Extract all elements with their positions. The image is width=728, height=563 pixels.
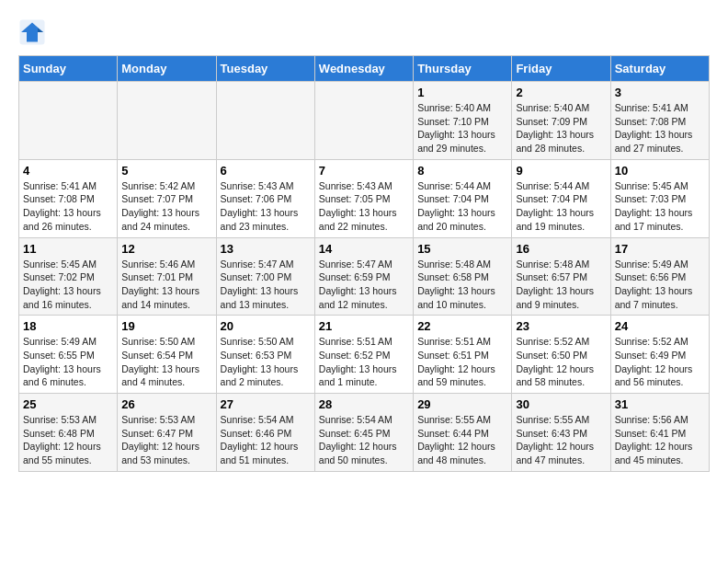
day-number: 13	[221, 242, 311, 256]
calendar-table: SundayMondayTuesdayWednesdayThursdayFrid…	[18, 55, 710, 472]
calendar-cell: 27Sunrise: 5:54 AM Sunset: 6:46 PM Dayli…	[216, 394, 314, 472]
calendar-cell: 10Sunrise: 5:45 AM Sunset: 7:03 PM Dayli…	[610, 159, 709, 237]
calendar-week-row: 11Sunrise: 5:45 AM Sunset: 7:02 PM Dayli…	[19, 237, 710, 316]
weekday-header: Wednesday	[314, 56, 413, 82]
cell-content: Sunrise: 5:41 AM Sunset: 7:08 PM Dayligh…	[615, 101, 705, 155]
calendar-cell: 22Sunrise: 5:51 AM Sunset: 6:51 PM Dayli…	[414, 316, 512, 394]
calendar-week-row: 4Sunrise: 5:41 AM Sunset: 7:08 PM Daylig…	[19, 159, 710, 237]
day-number: 5	[121, 164, 211, 178]
calendar-cell	[314, 82, 413, 160]
day-number: 3	[615, 86, 705, 99]
day-number: 2	[516, 86, 606, 99]
calendar-cell: 4Sunrise: 5:41 AM Sunset: 7:08 PM Daylig…	[19, 159, 118, 237]
cell-content: Sunrise: 5:40 AM Sunset: 7:09 PM Dayligh…	[516, 101, 606, 155]
cell-content: Sunrise: 5:50 AM Sunset: 6:53 PM Dayligh…	[221, 335, 311, 389]
calendar-cell: 12Sunrise: 5:46 AM Sunset: 7:01 PM Dayli…	[118, 237, 216, 316]
logo-icon	[18, 18, 46, 46]
calendar-header-row: SundayMondayTuesdayWednesdayThursdayFrid…	[19, 56, 710, 82]
calendar-cell: 19Sunrise: 5:50 AM Sunset: 6:54 PM Dayli…	[118, 316, 216, 394]
day-number: 28	[319, 397, 409, 411]
day-number: 19	[121, 319, 211, 333]
cell-content: Sunrise: 5:40 AM Sunset: 7:10 PM Dayligh…	[417, 101, 507, 155]
calendar-cell: 30Sunrise: 5:55 AM Sunset: 6:43 PM Dayli…	[512, 394, 610, 472]
day-number: 27	[221, 397, 311, 411]
cell-content: Sunrise: 5:48 AM Sunset: 6:57 PM Dayligh…	[516, 258, 606, 312]
day-number: 4	[23, 164, 113, 178]
calendar-cell: 29Sunrise: 5:55 AM Sunset: 6:44 PM Dayli…	[414, 394, 512, 472]
day-number: 7	[319, 164, 409, 178]
calendar-cell: 23Sunrise: 5:52 AM Sunset: 6:50 PM Dayli…	[512, 316, 610, 394]
calendar-cell	[118, 82, 216, 160]
day-number: 29	[417, 397, 507, 411]
cell-content: Sunrise: 5:45 AM Sunset: 7:03 PM Dayligh…	[615, 179, 705, 234]
calendar-cell: 1Sunrise: 5:40 AM Sunset: 7:10 PM Daylig…	[414, 82, 512, 160]
cell-content: Sunrise: 5:44 AM Sunset: 7:04 PM Dayligh…	[516, 179, 606, 234]
day-number: 11	[23, 242, 113, 256]
cell-content: Sunrise: 5:51 AM Sunset: 6:52 PM Dayligh…	[319, 335, 409, 389]
cell-content: Sunrise: 5:49 AM Sunset: 6:56 PM Dayligh…	[615, 258, 705, 312]
calendar-cell: 5Sunrise: 5:42 AM Sunset: 7:07 PM Daylig…	[118, 159, 216, 237]
calendar-cell: 8Sunrise: 5:44 AM Sunset: 7:04 PM Daylig…	[414, 159, 512, 237]
calendar-cell: 11Sunrise: 5:45 AM Sunset: 7:02 PM Dayli…	[19, 237, 118, 316]
logo	[18, 18, 50, 46]
cell-content: Sunrise: 5:54 AM Sunset: 6:45 PM Dayligh…	[319, 413, 409, 467]
calendar-cell: 2Sunrise: 5:40 AM Sunset: 7:09 PM Daylig…	[512, 82, 610, 160]
calendar-cell	[216, 82, 314, 160]
day-number: 10	[615, 164, 705, 178]
calendar-cell: 31Sunrise: 5:56 AM Sunset: 6:41 PM Dayli…	[610, 394, 709, 472]
calendar-cell: 28Sunrise: 5:54 AM Sunset: 6:45 PM Dayli…	[314, 394, 413, 472]
day-number: 9	[516, 164, 606, 178]
calendar-week-row: 1Sunrise: 5:40 AM Sunset: 7:10 PM Daylig…	[19, 82, 710, 160]
cell-content: Sunrise: 5:43 AM Sunset: 7:06 PM Dayligh…	[221, 179, 311, 234]
day-number: 20	[221, 319, 311, 333]
day-number: 16	[516, 242, 606, 256]
cell-content: Sunrise: 5:56 AM Sunset: 6:41 PM Dayligh…	[615, 413, 705, 467]
day-number: 22	[417, 319, 507, 333]
weekday-header: Friday	[512, 56, 610, 82]
weekday-header: Tuesday	[216, 56, 314, 82]
cell-content: Sunrise: 5:51 AM Sunset: 6:51 PM Dayligh…	[417, 335, 507, 389]
day-number: 25	[23, 397, 113, 411]
calendar-cell: 15Sunrise: 5:48 AM Sunset: 6:58 PM Dayli…	[414, 237, 512, 316]
calendar-cell: 17Sunrise: 5:49 AM Sunset: 6:56 PM Dayli…	[610, 237, 709, 316]
day-number: 31	[615, 397, 705, 411]
weekday-header: Monday	[118, 56, 216, 82]
weekday-header: Saturday	[610, 56, 709, 82]
day-number: 1	[417, 86, 507, 99]
day-number: 26	[121, 397, 211, 411]
cell-content: Sunrise: 5:47 AM Sunset: 7:00 PM Dayligh…	[221, 258, 311, 312]
weekday-header: Thursday	[414, 56, 512, 82]
day-number: 17	[615, 242, 705, 256]
calendar-week-row: 18Sunrise: 5:49 AM Sunset: 6:55 PM Dayli…	[19, 316, 710, 394]
cell-content: Sunrise: 5:53 AM Sunset: 6:48 PM Dayligh…	[23, 413, 113, 467]
calendar-cell: 7Sunrise: 5:43 AM Sunset: 7:05 PM Daylig…	[314, 159, 413, 237]
cell-content: Sunrise: 5:45 AM Sunset: 7:02 PM Dayligh…	[23, 258, 113, 312]
cell-content: Sunrise: 5:46 AM Sunset: 7:01 PM Dayligh…	[121, 258, 211, 312]
day-number: 6	[221, 164, 311, 178]
calendar-cell: 26Sunrise: 5:53 AM Sunset: 6:47 PM Dayli…	[118, 394, 216, 472]
day-number: 24	[615, 319, 705, 333]
day-number: 21	[319, 319, 409, 333]
cell-content: Sunrise: 5:55 AM Sunset: 6:43 PM Dayligh…	[516, 413, 606, 467]
calendar-cell: 3Sunrise: 5:41 AM Sunset: 7:08 PM Daylig…	[610, 82, 709, 160]
cell-content: Sunrise: 5:52 AM Sunset: 6:50 PM Dayligh…	[516, 335, 606, 389]
weekday-header: Sunday	[19, 56, 118, 82]
calendar-cell	[19, 82, 118, 160]
calendar-cell: 6Sunrise: 5:43 AM Sunset: 7:06 PM Daylig…	[216, 159, 314, 237]
day-number: 12	[121, 242, 211, 256]
calendar-cell: 21Sunrise: 5:51 AM Sunset: 6:52 PM Dayli…	[314, 316, 413, 394]
cell-content: Sunrise: 5:41 AM Sunset: 7:08 PM Dayligh…	[23, 179, 113, 234]
day-number: 30	[516, 397, 606, 411]
day-number: 14	[319, 242, 409, 256]
cell-content: Sunrise: 5:49 AM Sunset: 6:55 PM Dayligh…	[23, 335, 113, 389]
cell-content: Sunrise: 5:53 AM Sunset: 6:47 PM Dayligh…	[121, 413, 211, 467]
day-number: 8	[417, 164, 507, 178]
day-number: 23	[516, 319, 606, 333]
cell-content: Sunrise: 5:50 AM Sunset: 6:54 PM Dayligh…	[121, 335, 211, 389]
calendar-cell: 16Sunrise: 5:48 AM Sunset: 6:57 PM Dayli…	[512, 237, 610, 316]
cell-content: Sunrise: 5:54 AM Sunset: 6:46 PM Dayligh…	[221, 413, 311, 467]
cell-content: Sunrise: 5:47 AM Sunset: 6:59 PM Dayligh…	[319, 258, 409, 312]
cell-content: Sunrise: 5:48 AM Sunset: 6:58 PM Dayligh…	[417, 258, 507, 312]
page-header	[18, 18, 710, 46]
calendar-cell: 14Sunrise: 5:47 AM Sunset: 6:59 PM Dayli…	[314, 237, 413, 316]
